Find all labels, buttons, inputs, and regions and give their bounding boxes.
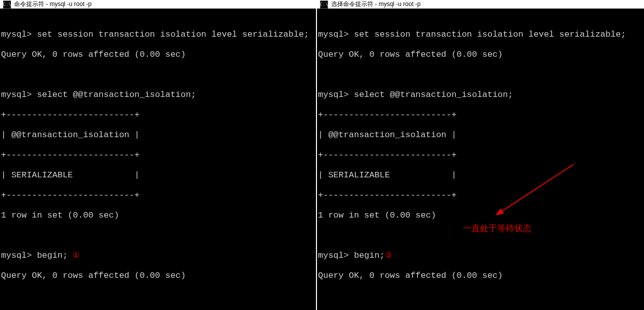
console-line: Query OK, 0 rows affected (0.00 sec) <box>1 50 316 60</box>
console-line: Query OK, 0 rows affected (0.00 sec) <box>318 50 644 60</box>
annotation-text: 一直处于等待状态 <box>463 224 531 234</box>
console-line <box>1 291 316 301</box>
console-line <box>318 291 644 301</box>
console-line: 1 row in set (0.00 sec) <box>1 211 316 221</box>
console-line: +-------------------------+ <box>1 110 316 120</box>
console-line <box>1 231 316 241</box>
console-line: Query OK, 0 rows affected (0.00 sec) <box>318 271 644 281</box>
terminal-window-right: C:\ 选择命令提示符 - mysql -u root -p mysql> se… <box>317 0 644 310</box>
cmd-icon: C:\ <box>320 1 328 9</box>
console-line: +-------------------------+ <box>1 190 316 200</box>
terminal-window-left: C:\ 命令提示符 - mysql -u root -p mysql> set … <box>0 0 316 310</box>
step-marker-1: ① <box>68 251 80 261</box>
console-line <box>1 70 316 80</box>
console-line: mysql> set session transaction isolation… <box>318 30 644 40</box>
console-line: | @@transaction_isolation | <box>318 130 644 140</box>
console-line: 1 row in set (0.00 sec) <box>318 211 644 221</box>
console-line: | SERIALIZABLE | <box>318 170 644 180</box>
cmd-icon: C:\ <box>3 1 11 9</box>
titlebar-left[interactable]: C:\ 命令提示符 - mysql -u root -p <box>0 0 316 9</box>
console-line: Query OK, 0 rows affected (0.00 sec) <box>1 271 316 281</box>
titlebar-right[interactable]: C:\ 选择命令提示符 - mysql -u root -p <box>317 0 644 9</box>
console-line: | @@transaction_isolation | <box>1 130 316 140</box>
console-line: +-------------------------+ <box>1 150 316 160</box>
title-text-right: 选择命令提示符 - mysql -u root -p <box>331 0 421 9</box>
title-text-left: 命令提示符 - mysql -u root -p <box>14 0 92 9</box>
console-right[interactable]: mysql> set session transaction isolation… <box>317 9 644 310</box>
console-line: +-------------------------+ <box>318 190 644 200</box>
console-line <box>318 70 644 80</box>
console-line: | SERIALIZABLE | <box>1 170 316 180</box>
console-line: mysql> begin; ① <box>1 251 316 261</box>
console-line: mysql> select @@transaction_isolation; <box>1 90 316 100</box>
console-left[interactable]: mysql> set session transaction isolation… <box>0 9 316 310</box>
console-line: +-------------------------+ <box>318 150 644 160</box>
console-line: mysql> begin;③ <box>318 251 644 261</box>
console-line: mysql> select @@transaction_isolation; <box>318 90 644 100</box>
console-line: mysql> set session transaction isolation… <box>1 30 316 40</box>
step-marker-3: ③ <box>385 251 392 261</box>
console-line: +-------------------------+ <box>318 110 644 120</box>
